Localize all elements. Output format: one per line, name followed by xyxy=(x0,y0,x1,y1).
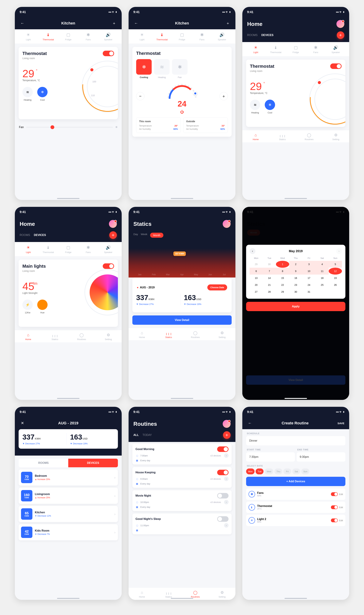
seg-rooms[interactable]: ROOMS xyxy=(19,459,68,467)
add-fab[interactable]: + xyxy=(223,431,231,439)
device-tab-fridge[interactable]: ▢Fridge xyxy=(58,245,78,256)
day-19[interactable]: 19 xyxy=(329,275,342,281)
day-3[interactable]: 3 xyxy=(302,261,316,268)
nav-routines[interactable]: ◯Routines xyxy=(296,133,323,141)
device-tab-speaker[interactable]: 🔊Speaker xyxy=(212,32,232,44)
day-12[interactable]: 12 xyxy=(329,268,342,275)
device-tab-light[interactable]: ☀Light xyxy=(132,32,152,44)
day-29[interactable]: 29 xyxy=(276,288,289,295)
day-15[interactable]: 15 xyxy=(276,275,289,281)
day-6[interactable]: 6 xyxy=(249,268,263,275)
device-tab-fridge[interactable]: ▢Fridge xyxy=(286,45,306,56)
mode-tile-cooling[interactable]: ❄ xyxy=(136,59,152,75)
day-22[interactable]: 22 xyxy=(276,281,289,288)
day-21[interactable]: 21 xyxy=(263,281,276,288)
day-11[interactable]: 11 xyxy=(316,268,329,275)
power-toggle[interactable]: On xyxy=(103,263,114,269)
back-icon[interactable]: ← xyxy=(20,21,25,26)
expand-icon[interactable]: › xyxy=(224,523,229,528)
nav-statics[interactable]: ╷╷╷Statics xyxy=(269,133,296,141)
add-fab[interactable]: + xyxy=(109,231,117,239)
nav-statics[interactable]: ╷╷╷Statics xyxy=(155,331,182,339)
day-10[interactable]: 10 xyxy=(302,268,316,275)
room-kids room[interactable]: 42KWMKids Room▼ Decrease 7%› xyxy=(19,524,118,540)
power-toggle[interactable]: On xyxy=(103,51,114,56)
day-4[interactable]: 4 xyxy=(316,261,329,268)
range-week[interactable]: Week xyxy=(141,233,147,238)
day-23[interactable]: 23 xyxy=(289,281,302,288)
expand-icon[interactable]: › xyxy=(224,453,229,458)
day-30[interactable]: 30 xyxy=(289,288,302,295)
day-chip-thu[interactable]: Thu xyxy=(274,469,282,474)
avatar[interactable] xyxy=(223,220,231,228)
mode-tile-heating[interactable]: ≋ xyxy=(154,59,169,75)
back-icon[interactable]: ← xyxy=(133,21,139,26)
close-icon[interactable]: ✕ xyxy=(20,420,25,426)
day-chip-wed[interactable]: Wed xyxy=(265,469,273,474)
back-icon[interactable]: ← xyxy=(247,420,253,426)
device-tab-fans[interactable]: ✱Fans xyxy=(306,45,326,56)
add-fab[interactable]: + xyxy=(337,31,344,39)
day-24[interactable]: 24 xyxy=(302,281,316,288)
nav-home[interactable]: ⌂Home xyxy=(15,333,41,340)
seg-devices[interactable]: DEVICES xyxy=(68,459,118,467)
nav-routines[interactable]: ◯Routines xyxy=(182,331,209,339)
avatar[interactable] xyxy=(337,20,344,28)
device-tab-fans[interactable]: ✱Fans xyxy=(78,32,98,44)
day-20[interactable]: 20 xyxy=(249,281,263,288)
day-chip-mon[interactable]: Mon xyxy=(246,469,255,474)
device-tab-fridge[interactable]: ▢Fridge xyxy=(58,32,78,44)
range-month[interactable]: Month xyxy=(150,233,164,238)
day-27[interactable]: 27 xyxy=(249,288,263,295)
end-time-input[interactable]: 9:30pm xyxy=(297,452,345,462)
day-26[interactable]: 26 xyxy=(329,281,342,288)
schedule-input[interactable]: Dinner xyxy=(246,436,345,445)
day-8[interactable]: 8 xyxy=(276,268,289,275)
nav-routines[interactable]: ◯Routines xyxy=(68,333,95,340)
nav-home[interactable]: ⌂Home xyxy=(242,133,269,141)
device-tab-speaker[interactable]: 🔊Speaker xyxy=(326,45,346,56)
fan-slider[interactable] xyxy=(26,127,113,128)
day-chip-sun[interactable]: Sun xyxy=(301,469,309,474)
device-tab-thermostat[interactable]: 🌡Thermostat xyxy=(38,245,58,256)
day-chip-sat[interactable]: Sat xyxy=(292,469,300,474)
apply-button[interactable]: Apply xyxy=(246,302,345,311)
nav-statics[interactable]: ╷╷╷Statics xyxy=(41,333,68,340)
day-1[interactable]: 1 xyxy=(276,261,289,268)
device-tab-speaker[interactable]: 🔊Speaker xyxy=(98,32,118,44)
avatar[interactable] xyxy=(109,220,117,228)
day-17[interactable]: 17 xyxy=(302,275,316,281)
routine-toggle[interactable]: On xyxy=(217,446,229,452)
mode-hue-button[interactable] xyxy=(37,300,48,310)
avatar[interactable] xyxy=(223,420,231,428)
nav-setting[interactable]: ⚙Setting xyxy=(209,331,235,339)
device-tab-fridge[interactable]: ▢Fridge xyxy=(172,32,192,44)
day-25[interactable]: 25 xyxy=(316,281,329,288)
expand-icon[interactable]: › xyxy=(224,500,229,504)
tab-today[interactable]: TODAY xyxy=(143,433,152,437)
nav-statics[interactable]: ╷╷╷Statics xyxy=(155,590,182,598)
nav-setting[interactable]: ⚙Setting xyxy=(209,590,235,598)
day-chip-tue[interactable]: Tue xyxy=(256,469,263,474)
day-5[interactable]: 5 xyxy=(329,261,342,268)
tab-rooms[interactable]: ROOMS xyxy=(247,34,258,37)
routine-toggle[interactable] xyxy=(217,516,229,522)
mode-heating-button[interactable]: ≋ xyxy=(250,100,260,110)
tab-all[interactable]: ALL xyxy=(133,433,139,437)
save-button[interactable]: SAVE xyxy=(338,422,344,425)
mode-heating-button[interactable]: ≋ xyxy=(22,87,33,97)
power-icon[interactable]: ⏻ xyxy=(180,110,184,114)
mode-cool-button[interactable]: ❄ xyxy=(265,100,275,110)
choose-date-button[interactable]: Choose Date xyxy=(207,284,227,290)
mode-tile-fan[interactable]: ✱ xyxy=(172,59,187,75)
device-tab-thermostat[interactable]: 🌡Thermostat xyxy=(38,32,58,44)
nav-routines[interactable]: ◯Routines xyxy=(182,590,209,598)
device-tab-light[interactable]: ☀Light xyxy=(18,32,38,44)
device-tab-light[interactable]: ☀Light xyxy=(18,245,38,256)
tab-devices[interactable]: DEVICES xyxy=(261,34,273,37)
room-kitchen[interactable]: 65KWMKitchen▼ Decrease 12%› xyxy=(19,506,118,522)
increase-button[interactable]: ＋ xyxy=(220,92,228,100)
add-icon[interactable]: ＋ xyxy=(111,21,117,26)
tab-devices[interactable]: DEVICES xyxy=(34,234,46,237)
device-tab-light[interactable]: ☀Light xyxy=(246,45,266,56)
